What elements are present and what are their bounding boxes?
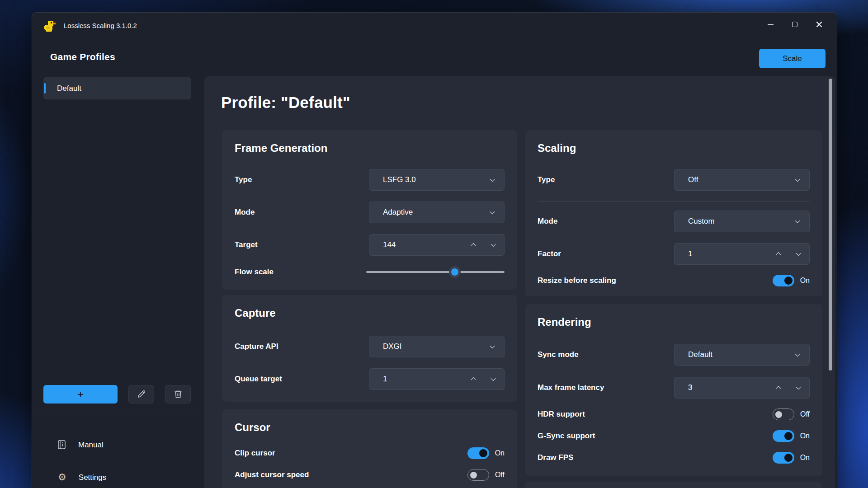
hdr-support-state: Off (800, 410, 810, 418)
minimize-button[interactable] (758, 16, 783, 33)
frame-generation-title: Frame Generation (235, 142, 327, 155)
queue-target-spinner[interactable]: 1 (369, 368, 505, 390)
sync-mode-label: Sync mode (538, 350, 579, 359)
toggle-knob (479, 449, 487, 457)
resize-before-scaling-toggle[interactable] (773, 275, 794, 286)
maximize-button[interactable] (783, 16, 807, 33)
draw-fps-label: Draw FPS (538, 453, 573, 462)
card-divider (538, 201, 810, 202)
clip-cursor-label: Clip cursor (235, 449, 275, 458)
chevron-down-icon[interactable] (796, 385, 801, 389)
fg-target-value: 144 (383, 240, 396, 249)
toggle-knob (470, 472, 477, 479)
toggle-knob (784, 432, 793, 440)
maximize-icon (792, 22, 797, 27)
sync-mode-value: Default (688, 350, 712, 359)
chevron-up-icon[interactable] (776, 386, 781, 391)
capture-api-label: Capture API (235, 342, 278, 351)
chevron-down-icon (490, 343, 495, 348)
capture-api-dropdown[interactable]: DXGI (369, 336, 505, 357)
chevron-down-icon[interactable] (491, 376, 495, 381)
clip-cursor-toggle[interactable] (467, 447, 489, 459)
fg-type-value: LSFG 3.0 (383, 175, 416, 184)
rendering-title: Rendering (538, 316, 591, 328)
max-frame-latency-spinner[interactable]: 3 (674, 377, 810, 399)
scaling-mode-dropdown[interactable]: Custom (674, 211, 810, 232)
fg-target-label: Target (235, 240, 258, 249)
fg-flow-scale-label: Flow scale (235, 267, 274, 277)
fg-mode-label: Mode (235, 208, 255, 217)
chevron-down-icon (490, 209, 495, 214)
scaling-mode-value: Custom (688, 217, 715, 226)
chevron-down-icon[interactable] (491, 242, 495, 247)
flow-scale-slider[interactable] (366, 267, 505, 277)
scale-button[interactable]: Scale (759, 49, 826, 68)
scaling-factor-value: 1 (688, 249, 692, 258)
scaling-type-value: Off (688, 175, 698, 184)
manual-label: Manual (78, 441, 104, 450)
toggle-knob (775, 411, 782, 418)
cursor-title: Cursor (235, 421, 270, 434)
sync-mode-dropdown[interactable]: Default (674, 344, 810, 366)
queue-target-value: 1 (383, 375, 387, 384)
max-frame-latency-label: Max frame latency (538, 383, 604, 392)
chevron-up-icon[interactable] (776, 252, 781, 257)
chevron-down-icon (795, 218, 800, 223)
sidebar-item-manual[interactable]: Manual (58, 440, 104, 450)
slider-track (366, 271, 505, 273)
minimize-icon (768, 24, 774, 25)
cursor-card: Cursor Clip cursor On Adjust cursor spee… (222, 409, 517, 488)
chevron-down-icon (490, 177, 495, 182)
draw-fps-state: On (800, 454, 810, 462)
toggle-knob (784, 454, 793, 462)
manual-book-icon (58, 440, 66, 450)
add-profile-button[interactable]: + (43, 385, 118, 404)
chevron-down-icon (795, 352, 800, 357)
pencil-icon (137, 390, 146, 399)
scrollbar-thumb[interactable] (829, 79, 832, 371)
capture-card: Capture Capture API DXGI Queue target 1 (222, 295, 517, 402)
gsync-support-state: On (800, 432, 810, 440)
fg-type-dropdown[interactable]: LSFG 3.0 (369, 169, 505, 191)
delete-profile-button[interactable] (165, 385, 191, 404)
chevron-up-icon[interactable] (471, 377, 476, 382)
scaling-factor-spinner[interactable]: 1 (674, 243, 810, 265)
resize-before-scaling-state: On (800, 277, 810, 285)
capture-api-value: DXGI (383, 342, 402, 351)
slider-thumb[interactable] (449, 266, 461, 278)
sidebar-bottom: + Manual ⚙ (32, 13, 204, 488)
gsync-support-label: G-Sync support (538, 432, 595, 441)
queue-target-label: Queue target (235, 375, 282, 384)
chevron-down-icon[interactable] (796, 251, 801, 256)
close-icon (816, 21, 822, 28)
profile-title: Profile: "Default" (221, 94, 350, 112)
draw-fps-toggle[interactable] (773, 452, 794, 464)
adjust-cursor-speed-toggle[interactable] (467, 469, 489, 481)
hdr-support-label: HDR support (538, 410, 585, 419)
fg-target-spinner[interactable]: 144 (369, 234, 505, 256)
hdr-support-toggle[interactable] (773, 408, 794, 420)
fg-type-label: Type (235, 175, 252, 184)
scaling-type-label: Type (538, 175, 555, 184)
main-panel: Profile: "Default" Frame Generation Type… (204, 76, 835, 488)
adjust-cursor-speed-label: Adjust cursor speed (235, 470, 309, 479)
app-window: Lossless Scaling 3.1.0.2 Game Profiles S… (32, 12, 837, 488)
trash-icon (174, 390, 182, 399)
fg-mode-value: Adaptive (383, 208, 413, 217)
resize-before-scaling-label: Resize before scaling (538, 276, 616, 285)
settings-label: Settings (79, 473, 106, 482)
chevron-down-icon (795, 177, 800, 182)
adjust-cursor-speed-state: Off (495, 471, 505, 479)
sidebar-item-settings[interactable]: ⚙ Settings (58, 473, 106, 482)
edit-profile-button[interactable] (128, 385, 154, 404)
close-button[interactable] (807, 16, 831, 33)
fg-mode-dropdown[interactable]: Adaptive (369, 202, 505, 223)
scaling-type-dropdown[interactable]: Off (674, 169, 810, 191)
clip-cursor-state: On (495, 449, 505, 457)
toggle-knob (784, 277, 793, 285)
sidebar-divider (36, 416, 204, 416)
gsync-support-toggle[interactable] (773, 430, 794, 442)
chevron-up-icon[interactable] (471, 243, 476, 248)
scaling-title: Scaling (538, 142, 576, 155)
scaling-mode-label: Mode (538, 217, 557, 226)
